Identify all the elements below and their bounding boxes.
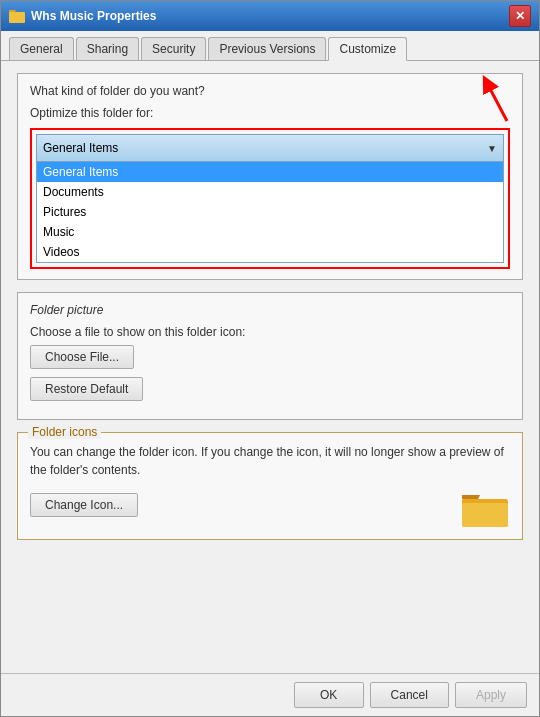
tab-general[interactable]: General — [9, 37, 74, 60]
dropdown-select[interactable]: General Items ▼ — [36, 134, 504, 162]
change-icon-button[interactable]: Change Icon... — [30, 493, 138, 517]
tab-previous-versions[interactable]: Previous Versions — [208, 37, 326, 60]
main-window: Whs Music Properties ✕ General Sharing S… — [0, 0, 540, 717]
content-area: What kind of folder do you want? Optimiz… — [1, 61, 539, 673]
dropdown-wrapper: General Items ▼ General Items Documents … — [30, 128, 510, 269]
title-bar-left: Whs Music Properties — [9, 8, 156, 24]
cancel-button[interactable]: Cancel — [370, 682, 449, 708]
tab-sharing[interactable]: Sharing — [76, 37, 139, 60]
folder-icons-group: Folder icons You can change the folder i… — [17, 432, 523, 540]
dropdown-item-documents[interactable]: Documents — [37, 182, 503, 202]
folder-icons-description: You can change the folder icon. If you c… — [30, 443, 510, 479]
svg-marker-2 — [9, 10, 16, 12]
tabs-bar: General Sharing Security Previous Versio… — [1, 31, 539, 61]
svg-rect-8 — [462, 503, 508, 527]
svg-marker-7 — [462, 495, 480, 499]
close-button[interactable]: ✕ — [509, 5, 531, 27]
choose-file-button[interactable]: Choose File... — [30, 345, 134, 369]
tab-security[interactable]: Security — [141, 37, 206, 60]
tabs-container: General Sharing Security Previous Versio… — [1, 31, 539, 61]
title-bar: Whs Music Properties ✕ — [1, 1, 539, 31]
what-kind-heading: What kind of folder do you want? — [30, 84, 510, 98]
dropdown-list: General Items Documents Pictures Music V… — [36, 162, 504, 263]
restore-default-button[interactable]: Restore Default — [30, 377, 143, 401]
apply-button[interactable]: Apply — [455, 682, 527, 708]
chevron-down-icon: ▼ — [487, 143, 497, 154]
title-folder-icon — [9, 8, 25, 24]
dropdown-item-videos[interactable]: Videos — [37, 242, 503, 262]
svg-rect-1 — [9, 12, 16, 15]
dropdown-item-general-items[interactable]: General Items — [37, 162, 503, 182]
folder-picture-label: Folder picture — [30, 303, 510, 317]
dropdown-selected-text: General Items — [43, 141, 118, 155]
bottom-bar: OK Cancel Apply — [1, 673, 539, 716]
folder-type-group: What kind of folder do you want? Optimiz… — [17, 73, 523, 280]
folder-picture-group: Folder picture Choose a file to show on … — [17, 292, 523, 420]
folder-icons-row: Change Icon... — [30, 489, 510, 529]
dropdown-item-music[interactable]: Music — [37, 222, 503, 242]
folder-icons-legend: Folder icons — [28, 425, 101, 439]
dropdown-item-pictures[interactable]: Pictures — [37, 202, 503, 222]
folder-icon-preview — [460, 489, 510, 529]
optimize-label: Optimize this folder for: — [30, 106, 510, 120]
tab-customize[interactable]: Customize — [328, 37, 407, 61]
choose-file-label-text: Choose a file to show on this folder ico… — [30, 325, 510, 339]
ok-button[interactable]: OK — [294, 682, 364, 708]
title-text: Whs Music Properties — [31, 9, 156, 23]
